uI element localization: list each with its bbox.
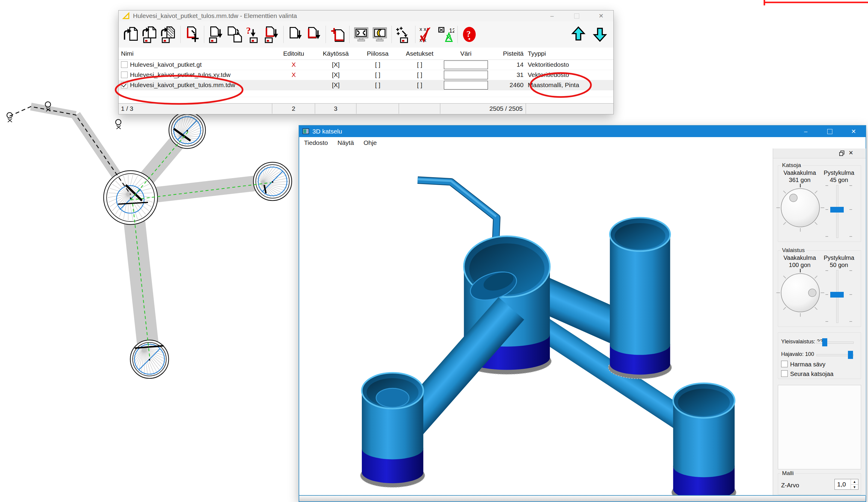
hidden-flag[interactable]: [ ] — [356, 70, 399, 80]
table-row[interactable]: Hulevesi_kaivot_putket.gt X [X] [ ] [ ] … — [118, 60, 613, 70]
viewer-title: 3D katselu — [312, 128, 342, 135]
edit-points-icon[interactable] — [395, 26, 412, 43]
in-use-flag[interactable]: [X] — [315, 70, 356, 80]
menu-tiedosto[interactable]: Tiedosto — [299, 137, 333, 148]
light-vertical-slider-handle[interactable] — [830, 292, 844, 297]
well-bottom — [130, 340, 169, 378]
gray-tone-label: Harmaa sävy — [790, 361, 826, 368]
edited-flag: X — [272, 60, 315, 70]
viewer-menubar: Tiedosto Näytä Ohje — [299, 137, 866, 149]
file-name: Hulevesi_kaivot_putket.gt — [130, 61, 202, 68]
row-checkbox[interactable] — [121, 61, 127, 68]
color-swatch[interactable] — [444, 61, 488, 69]
svg-text:?: ? — [466, 29, 471, 39]
maximize-button[interactable] — [818, 126, 841, 137]
valaistus-group: Valaistus Vaakakulma 100 gon Pystykulma … — [778, 250, 861, 327]
spin-down-icon[interactable]: ▼ — [851, 485, 858, 490]
close-button[interactable]: ✕ — [589, 10, 613, 21]
numbering-icon[interactable]: 12 — [437, 26, 454, 43]
toolbar-separator — [457, 26, 458, 43]
minimize-button[interactable]: – — [540, 10, 564, 21]
color-swatch[interactable] — [444, 81, 488, 90]
save-active-file-icon[interactable] — [305, 26, 323, 43]
col-header-piilossa: Piilossa — [356, 48, 399, 60]
valaistus-vertical-label: Pystykulma — [820, 254, 858, 261]
follow-viewer-label: Seuraa katsojaa — [790, 370, 834, 377]
minimize-button[interactable]: – — [794, 126, 818, 137]
hidden-flag[interactable]: [ ] — [356, 80, 399, 90]
maximize-button[interactable] — [564, 10, 589, 21]
element-window-titlebar[interactable]: Hulevesi_kaivot_putket_tulos.mm.tdw - El… — [118, 10, 613, 21]
settings-flag[interactable]: [ ] — [399, 60, 440, 70]
menu-nayta[interactable]: Näytä — [333, 137, 359, 148]
read-file-icon[interactable] — [123, 26, 140, 43]
model-3d — [299, 148, 773, 496]
menu-ohje[interactable]: Ohje — [359, 137, 382, 148]
write-active-file-icon[interactable] — [263, 26, 280, 43]
diffuse-light-slider-handle[interactable] — [848, 351, 853, 359]
row-checkbox[interactable] — [121, 72, 127, 78]
write-file-as-icon[interactable] — [226, 26, 243, 43]
z-value-label: Z-Arvo — [781, 482, 799, 489]
z-value-spinner: ▲ ▼ — [835, 479, 858, 490]
col-header-tyyppi: Tyyppi — [526, 48, 613, 60]
in-use-flag[interactable]: [X] — [315, 60, 356, 70]
point-count: 2460 — [492, 80, 526, 90]
check-codes-icon[interactable]: x x x x — [418, 26, 436, 43]
new-file-icon[interactable] — [329, 26, 346, 43]
help-icon[interactable]: ? — [461, 26, 478, 43]
close-button[interactable]: ✕ — [841, 126, 866, 137]
manhole-bottom-right — [672, 383, 736, 496]
move-up-icon[interactable] — [570, 25, 587, 43]
empty-row — [118, 90, 613, 97]
horizontal-angle-knob[interactable] — [775, 182, 826, 233]
light-angle-knob[interactable] — [775, 267, 826, 318]
malli-group: Malli Z-Arvo ▲ ▼ — [778, 473, 861, 495]
element-selection-window: Hulevesi_kaivot_putket_tulos.mm.tdw - El… — [118, 10, 614, 114]
gray-tone-checkbox[interactable] — [781, 361, 788, 367]
viewport-3d[interactable] — [299, 148, 773, 496]
viewer-app-icon — [302, 128, 309, 135]
vertical-angle-slider-handle[interactable] — [830, 207, 844, 212]
read-file-options-icon[interactable] — [141, 26, 159, 43]
valaistus-horizontal-label: Vaakakulma — [780, 254, 819, 261]
panel-empty-area — [778, 385, 861, 469]
follow-viewer-checkbox[interactable] — [781, 370, 788, 377]
element-window-toolbar: ? — [118, 21, 613, 48]
toolbar-separator — [349, 26, 350, 43]
status-selection: 1 / 3 — [118, 104, 272, 114]
save-file-icon[interactable] — [287, 26, 304, 43]
knob-indicator — [808, 289, 816, 297]
valaistus-group-label: Valaistus — [781, 247, 806, 253]
edited-flag: X — [272, 70, 315, 80]
read-file-format-icon[interactable] — [160, 26, 177, 43]
inlet-pipe — [417, 179, 497, 240]
write-file-icon[interactable] — [207, 26, 225, 43]
color-swatch[interactable] — [444, 71, 488, 79]
katsoja-vertical-label: Pystykulma — [820, 169, 858, 176]
spin-up-icon[interactable]: ▲ — [851, 479, 858, 485]
move-down-icon[interactable] — [591, 25, 609, 43]
z-value-input[interactable] — [835, 479, 851, 489]
write-file-query-icon[interactable]: ? — [245, 26, 262, 43]
katsoja-group-label: Katsoja — [781, 162, 803, 168]
hidden-flag[interactable]: [ ] — [356, 60, 399, 70]
table-row[interactable]: Hulevesi_kaivot_putket_tulos.xy.tdw X [X… — [118, 70, 613, 80]
toolbar-separator — [204, 26, 204, 43]
row-checkbox[interactable] — [121, 82, 127, 88]
settings-flag[interactable]: [ ] — [399, 80, 440, 90]
close-panel-icon[interactable]: ✕ — [848, 149, 853, 156]
viewer-titlebar[interactable]: 3D katselu – ✕ — [299, 126, 866, 137]
view-3d-icon[interactable] — [371, 26, 389, 43]
fit-view-icon[interactable] — [352, 26, 370, 43]
katsoja-group: Katsoja Vaakakulma 361 gon Pystykulma 45… — [778, 165, 861, 242]
in-use-flag[interactable]: [X] — [315, 80, 356, 90]
float-panel-icon[interactable] — [839, 150, 845, 157]
col-header-kaytossa: Käytössä — [315, 48, 356, 60]
viewer-bottom-strip — [299, 495, 866, 501]
add-file-icon[interactable] — [184, 26, 201, 43]
table-header-row: Nimi Editoitu Käytössä Piilossa Asetukse… — [118, 48, 613, 60]
pipe-end-in-manhole — [376, 388, 409, 407]
table-row-selected[interactable]: Hulevesi_kaivot_putket_tulos.mm.tdw [X] … — [118, 80, 613, 91]
settings-flag[interactable]: [ ] — [399, 70, 440, 80]
